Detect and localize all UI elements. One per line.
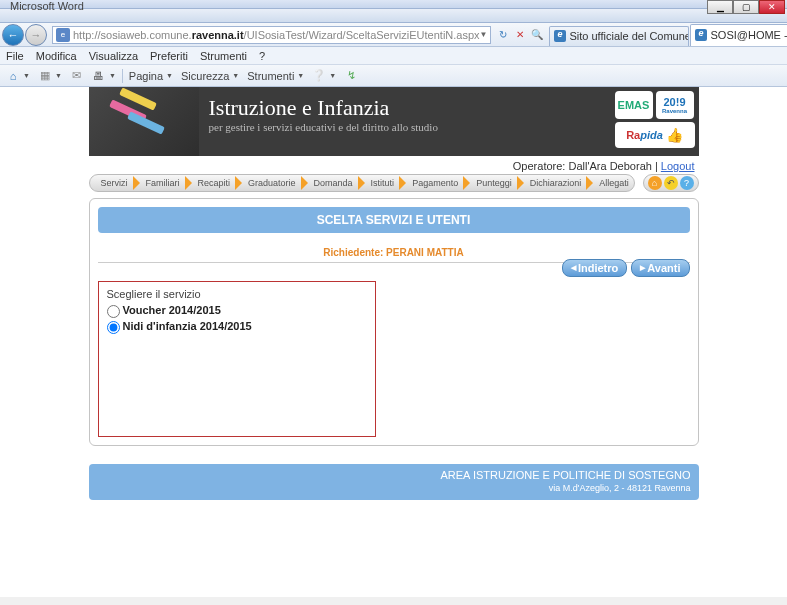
ie-command-bar: ⌂▼ ▦▼ ✉ 🖶▼ Pagina▼ Sicurezza▼ Strumenti▼… [0,65,787,87]
badge-emas: EMAS [615,91,653,119]
tab-strip: Sito ufficiale del Comune di Ra... SOSI@… [549,24,787,46]
back-button[interactable]: ← [2,24,24,46]
extra-button[interactable]: ↯ [342,68,360,84]
wizard-steps-wrap: Servizi Familiari Recapiti Graduatorie D… [89,174,699,192]
step-graduatorie[interactable]: Graduatorie [237,175,303,191]
banner-badges: EMAS 20!9Ravenna Rapida👍 [611,87,699,156]
word-title-bar: Microsoft Word [0,0,787,9]
page-content: Istruzione e Infanzia per gestire i serv… [0,87,787,597]
address-text: http://sosiaweb.comune.ravenna.it/UISosi… [73,29,480,41]
badge-rapida: Rapida👍 [615,122,695,148]
step-domanda[interactable]: Domanda [303,175,360,191]
footer-line1: AREA ISTRUZIONE E POLITICHE DI SOSTEGNO [97,468,691,482]
indietro-button[interactable]: ◀Indietro [562,259,627,277]
page-menu[interactable]: Pagina▼ [127,69,175,83]
tab-sosi-home[interactable]: SOSI@HOME - Softech srl × [690,24,787,46]
avanti-button[interactable]: ▶Avanti [631,259,689,277]
badge-ravenna2019: 20!9Ravenna [656,91,694,119]
step-dichiarazioni[interactable]: Dichiarazioni [519,175,589,191]
tab-favicon [695,29,707,41]
home-button[interactable]: ⌂▼ [4,68,32,84]
back-forward: ← → [2,24,48,46]
menu-preferiti[interactable]: Preferiti [150,50,188,62]
help-button[interactable]: ❔▼ [310,68,338,84]
service-legend: Scegliere il servizio [107,288,367,300]
maximize-button[interactable]: ▢ [733,0,759,14]
header-banner: Istruzione e Infanzia per gestire i serv… [89,87,699,156]
step-allegati[interactable]: Allegati [588,175,634,191]
option-voucher[interactable]: Voucher 2014/2015 [107,304,367,318]
feeds-button[interactable]: ▦▼ [36,68,64,84]
wizard-nav-buttons: ◀Indietro ▶Avanti [562,259,690,277]
option-nidi[interactable]: Nidi d'infanzia 2014/2015 [107,320,367,334]
menu-visualizza[interactable]: Visualizza [89,50,138,62]
step-recapiti[interactable]: Recapiti [187,175,238,191]
page-footer: AREA ISTRUZIONE E POLITICHE DI SOSTEGNO … [89,464,699,500]
tab-comune-ravenna[interactable]: Sito ufficiale del Comune di Ra... [549,26,689,46]
tab-label: Sito ufficiale del Comune di Ra... [569,30,689,42]
menu-help[interactable]: ? [259,50,265,62]
step-istituti[interactable]: Istituti [360,175,402,191]
footer-line2: via M.d'Azeglio, 2 - 48121 Ravenna [97,483,691,495]
banner-subtitle: per gestire i servizi educativi e del di… [209,121,438,133]
mail-button[interactable]: ✉ [68,68,86,84]
step-pagamento[interactable]: Pagamento [401,175,465,191]
radio-nidi[interactable] [107,321,120,334]
operator-line: Operatore: Dall'Ara Deborah | Logout [89,158,699,174]
stop-button[interactable]: ✕ [512,27,528,43]
site-icon: e [56,28,70,42]
address-bar[interactable]: e http://sosiaweb.comune.ravenna.it/UISo… [52,26,491,44]
search-button[interactable]: 🔍 [529,27,545,43]
tools-menu[interactable]: Strumenti▼ [245,69,306,83]
menu-file[interactable]: File [6,50,24,62]
window-controls: ▁ ▢ ✕ [707,0,785,14]
step-familiari[interactable]: Familiari [135,175,187,191]
content-frame: SCELTA SERVIZI E UTENTI Richiedente: PER… [89,198,699,446]
forward-button[interactable]: → [25,24,47,46]
step-punteggi[interactable]: Punteggi [465,175,519,191]
minimize-button[interactable]: ▁ [707,0,733,14]
print-button[interactable]: 🖶▼ [90,68,118,84]
requester-label: Richiedente: PERANI MATTIA [98,247,690,258]
banner-title: Istruzione e Infanzia [209,95,438,121]
tab-favicon [554,30,566,42]
refresh-button[interactable]: ↻ [495,27,511,43]
ie-nav-bar: ← → e http://sosiaweb.comune.ravenna.it/… [0,23,787,47]
ie-titlebar [0,9,787,23]
banner-image [89,87,199,156]
menu-modifica[interactable]: Modifica [36,50,77,62]
step-side-buttons: ⌂ ↶ ? [643,174,699,192]
wizard-steps: Servizi Familiari Recapiti Graduatorie D… [89,174,635,192]
word-title: Microsoft Word [10,0,84,12]
close-button[interactable]: ✕ [759,0,785,14]
tab-label: SOSI@HOME - Softech srl [710,29,787,41]
panel-title: SCELTA SERVIZI E UTENTI [98,207,690,233]
help-icon[interactable]: ? [680,176,694,190]
home-icon[interactable]: ⌂ [648,176,662,190]
ie-menu-bar: File Modifica Visualizza Preferiti Strum… [0,47,787,65]
safety-menu[interactable]: Sicurezza▼ [179,69,241,83]
thumb-icon: 👍 [666,127,683,143]
back-icon[interactable]: ↶ [664,176,678,190]
service-selection-box: Scegliere il servizio Voucher 2014/2015 … [98,281,376,437]
step-servizi[interactable]: Servizi [90,175,135,191]
address-dropdown-icon[interactable]: ▼ [480,30,488,39]
radio-voucher[interactable] [107,305,120,318]
logout-link[interactable]: Logout [661,160,695,172]
menu-strumenti[interactable]: Strumenti [200,50,247,62]
